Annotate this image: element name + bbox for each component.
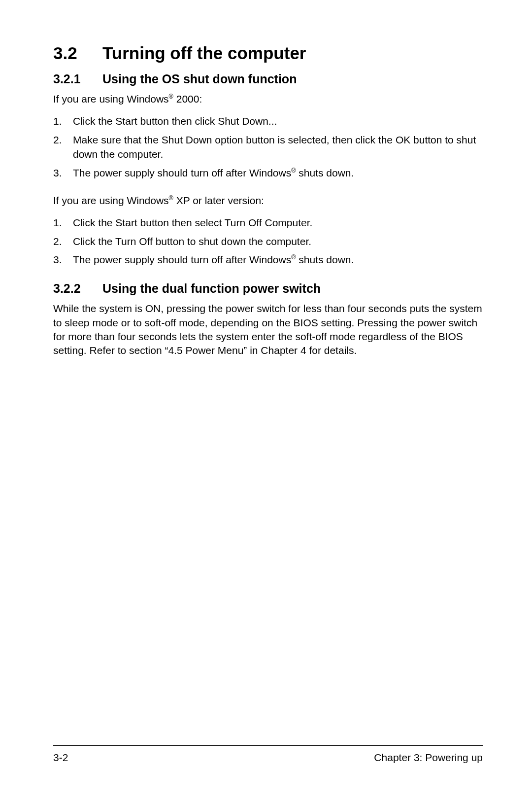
section-number: 3.2 <box>53 43 102 63</box>
intro-win2000: If you are using Windows® 2000: <box>53 92 483 106</box>
subsection-322-number: 3.2.2 <box>53 281 102 296</box>
page-footer: 3-2 Chapter 3: Powering up <box>53 745 483 764</box>
list-item: 3.The power supply should turn off after… <box>53 252 483 267</box>
para-dual-function: While the system is ON, pressing the pow… <box>53 302 483 357</box>
list-item: 2.Make sure that the Shut Down option bu… <box>53 133 483 162</box>
steps-win2000: 1.Click the Start button then click Shut… <box>53 114 483 180</box>
intro-winxp: If you are using Windows® XP or later ve… <box>53 194 483 208</box>
subsection-321-number: 3.2.1 <box>53 72 102 86</box>
section-title-text: Turning off the computer <box>102 43 306 63</box>
steps-winxp: 1.Click the Start button then select Tur… <box>53 215 483 267</box>
subsection-321-title: Using the OS shut down function <box>102 72 297 86</box>
subsection-321-heading: 3.2.1Using the OS shut down function <box>53 72 483 86</box>
subsection-322-title: Using the dual function power switch <box>102 281 321 295</box>
list-item: 1.Click the Start button then click Shut… <box>53 114 483 128</box>
section-heading: 3.2Turning off the computer <box>53 43 483 63</box>
list-item: 1.Click the Start button then select Tur… <box>53 215 483 230</box>
list-item: 3.The power supply should turn off after… <box>53 166 483 180</box>
page-number: 3-2 <box>53 752 68 764</box>
step-text: The power supply should turn off after W… <box>73 252 483 267</box>
registered-mark: ® <box>169 93 173 100</box>
registered-mark: ® <box>169 195 173 202</box>
subsection-322-heading: 3.2.2Using the dual function power switc… <box>53 281 483 296</box>
step-text: The power supply should turn off after W… <box>73 166 483 180</box>
list-item: 2.Click the Turn Off button to shut down… <box>53 234 483 248</box>
chapter-label: Chapter 3: Powering up <box>374 752 483 764</box>
